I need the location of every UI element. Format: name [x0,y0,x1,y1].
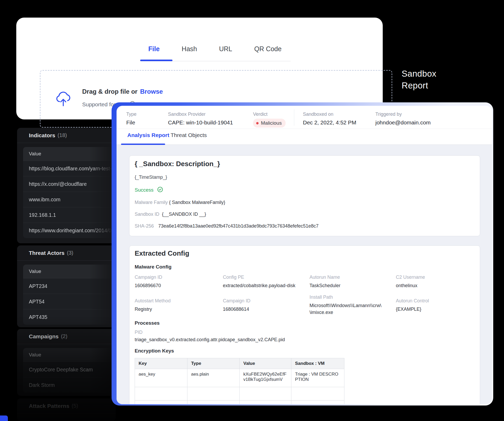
c2-username-cell: C2 Username onthelinux [396,275,425,289]
tab-analysis-report[interactable]: Analysis Report [127,132,169,138]
autostart-method-cell: Autostart Method Registry [135,298,171,313]
indicator-row[interactable]: 192.168.1.1 [23,207,116,223]
encryption-keys-title: Encryption Keys [135,348,174,354]
sandbox-report-modal: Type File Sandbox Provider CAPE: win-10-… [112,102,493,406]
campaign-id-cell: Campaign ID 1606896670 [135,275,162,289]
col-type: Type [187,358,240,369]
tab-hash[interactable]: Hash [182,45,197,53]
col-value: Value [240,358,291,369]
malicious-dot-icon [256,122,259,124]
attack-patterns-count: (5) [72,403,78,409]
active-tab-underline [140,60,172,61]
table-row [135,387,344,401]
field-sandbox-provider: Sandbox Provider CAPE: win-10-build-1904… [168,112,233,126]
indicator-row[interactable]: https://x.com/@cloudflare [23,176,116,192]
header-divider [294,109,294,126]
campaign-id-2-cell: Campaign ID 1680688614 [223,298,250,313]
tab-file[interactable]: File [148,45,160,53]
caption-line-2: Report [402,80,436,91]
sandbox-id-row: Sandbox ID {__SANDBOX ID __} [135,212,159,217]
campaigns-title: Campaigns [29,333,59,340]
threat-actors-table: Value APT234 APT54 APT435 [23,265,116,325]
report-header: Type File Sandbox Provider CAPE: win-10-… [117,106,492,129]
column-header-value: Value [23,265,116,278]
indicators-panel: Indicators (18) Value https://blog.cloud… [17,128,116,243]
description-title: { _Sandbox: Description_} [135,160,220,168]
processes-title: Processes [135,320,160,326]
field-type: Type File [126,112,136,126]
extracted-config-card: Extracted Config Malware Config Campaign… [129,245,480,404]
pid-label: PID [135,330,143,335]
field-sandboxed-on: Sandboxed on Dec 2, 2022, 4:52 PM [303,112,356,126]
pid-value: triage_sandbox_v0.extracted.config.attr.… [135,337,285,343]
install-path-cell: Install Path Microsoft\\Windows\\Lamann\… [309,294,374,316]
success-label: Success [135,187,154,193]
tab-url[interactable]: URL [219,45,232,53]
sandbox-description-card: { _Sandbox: Description_} {_TimeStamp_} … [129,155,480,236]
threat-actors-count: (3) [67,250,73,256]
timestamp-text: {_TimeStamp_} [135,175,167,180]
active-report-tab-underline [121,144,165,145]
campaigns-panel: Campaigns (2) Value CryptoCore Deepfake … [17,329,116,396]
indicator-row[interactable]: https://blog.cloudflare.com/yarn-test-s [23,161,116,176]
field-verdict: Verdict Malicious [253,112,286,128]
sandbox-report-caption: Sandbox Report [402,68,436,91]
autorun-control-cell: Autorun Control {EXAMPLE} [396,298,429,313]
upload-tabs: File Hash URL QR Code [148,45,282,53]
attack-patterns-panel: Attack Patterns (5) [17,398,116,421]
screen: File Hash URL QR Code Drag & drop file o… [0,0,504,421]
encryption-keys-table: Key Type Value Sandbox : VM aes_key aes.… [135,358,344,404]
tab-qr-code[interactable]: QR Code [254,45,281,53]
attack-patterns-title: Attack Patterns [29,403,69,409]
dropzone-title-row: Drag & drop file orBrowse [82,88,163,95]
column-header-value: Value [23,348,116,362]
config-pe-cell: Config PE extracted/cobaltstrike.payload… [223,275,295,289]
threat-actors-title: Threat Actors [29,250,65,256]
campaigns-table: Value CryptoCore Deepfake Scam Dark Stor… [23,348,116,393]
dropzone-title: Drag & drop file or [82,88,138,95]
report-tabs: Analysis Report Threat Objects [117,129,492,145]
tab-threat-objects[interactable]: Threat Objects [171,132,207,138]
extracted-config-title: Extracted Config [135,249,189,257]
corner-accent [0,415,8,421]
malicious-badge: Malicious [253,119,286,128]
campaign-row[interactable]: Dark Storm [23,377,116,393]
col-key: Key [135,358,187,369]
malware-family-row: Malware Family { Sandbox MalwareFamily} [135,200,168,205]
threat-actor-row[interactable]: APT54 [23,294,116,309]
sha-256-row: SHA-256 73ea6e14f2f8ba13aae0ed92fb47c431… [135,223,154,229]
analysis-report-body: { _Sandbox: Description_} {_TimeStamp_} … [117,145,492,404]
threat-actor-row[interactable]: APT435 [23,309,116,325]
indicator-row[interactable]: https://www.dorithegiant.com/2014/05/new [23,223,116,238]
caption-line-1: Sandbox [402,68,436,80]
threat-actors-panel: Threat Actors (3) Value APT234 APT54 APT… [17,245,116,327]
column-header-value: Value [23,147,116,161]
indicator-row[interactable]: www.ibm.com [23,192,116,207]
table-row [135,401,344,404]
field-triggered-by: Triggered by johndoe@domain.com [375,112,430,126]
indicators-title: Indicators [29,132,55,139]
malware-config-title: Malware Config [135,264,171,270]
browse-link[interactable]: Browse [140,88,163,95]
col-sandbox-vm: Sandbox : VM [291,358,344,369]
indicators-count: (18) [57,132,67,138]
upload-cloud-icon [56,91,71,108]
table-row: aes_key aes.plain kXuFBE2WQy62eEfFv1BkTu… [135,369,344,387]
indicators-table: Value https://blog.cloudflare.com/yarn-t… [23,147,116,238]
campaigns-count: (2) [61,333,67,339]
autorun-name-cell: Autorun Name TaskScheduler [309,275,340,289]
threat-actor-row[interactable]: APT234 [23,278,116,294]
success-check-icon [157,187,163,193]
campaign-row[interactable]: CryptoCore Deepfake Scam [23,362,116,377]
